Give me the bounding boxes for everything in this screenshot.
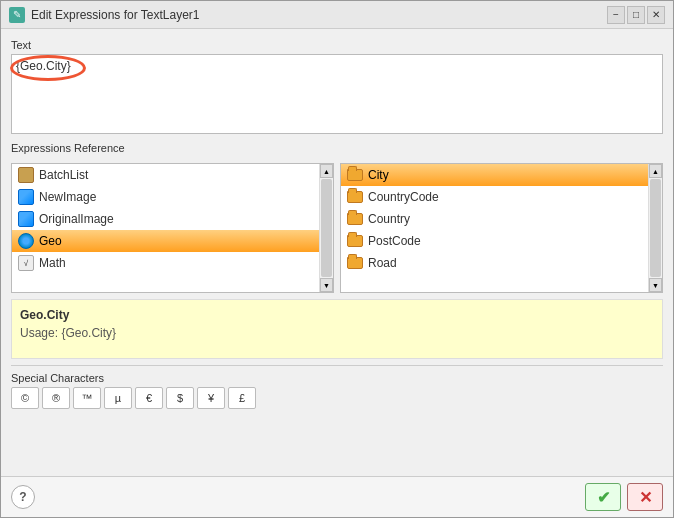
list-item-batchlist[interactable]: BatchList (12, 164, 319, 186)
right-scrollbar-thumb[interactable] (650, 179, 661, 277)
text-content: {Geo.City} (16, 59, 71, 73)
road-label: Road (368, 256, 397, 270)
detail-name: Geo.City (20, 308, 654, 322)
titlebar-left: ✎ Edit Expressions for TextLayer1 (9, 7, 200, 23)
detail-box: Geo.City Usage: {Geo.City} (11, 299, 663, 359)
left-scrollbar-down[interactable]: ▼ (320, 278, 333, 292)
city-label: City (368, 168, 389, 182)
expressions-label: Expressions Reference (11, 142, 663, 154)
help-button[interactable]: ? (11, 485, 35, 509)
list-item-country[interactable]: Country (341, 208, 648, 230)
right-list-container: City CountryCode (340, 163, 663, 293)
expressions-lists: BatchList NewImage OriginalImage (11, 163, 663, 293)
right-list-scrollbar[interactable]: ▲ ▼ (648, 164, 662, 292)
list-item-postcode[interactable]: PostCode (341, 230, 648, 252)
list-item-geo[interactable]: Geo (12, 230, 319, 252)
postcode-icon (347, 233, 363, 249)
countrycode-icon (347, 189, 363, 205)
newimage-label: NewImage (39, 190, 96, 204)
originalimage-label: OriginalImage (39, 212, 114, 226)
special-char-micro[interactable]: µ (104, 387, 132, 409)
text-area[interactable]: {Geo.City} (11, 54, 663, 134)
left-scrollbar-up[interactable]: ▲ (320, 164, 333, 178)
text-section: Text {Geo.City} (11, 39, 663, 134)
titlebar-controls: − □ ✕ (607, 6, 665, 24)
expressions-section: Expressions Reference BatchList (11, 142, 663, 466)
close-button[interactable]: ✕ (647, 6, 665, 24)
special-char-copyright[interactable]: © (11, 387, 39, 409)
minimize-button[interactable]: − (607, 6, 625, 24)
special-char-trademark[interactable]: ™ (73, 387, 101, 409)
maximize-button[interactable]: □ (627, 6, 645, 24)
country-icon (347, 211, 363, 227)
left-list-scroll[interactable]: BatchList NewImage OriginalImage (12, 164, 319, 292)
postcode-label: PostCode (368, 234, 421, 248)
left-list-container: BatchList NewImage OriginalImage (11, 163, 334, 293)
right-list-scroll[interactable]: City CountryCode (341, 164, 648, 292)
window-title: Edit Expressions for TextLayer1 (31, 8, 200, 22)
special-char-pound[interactable]: £ (228, 387, 256, 409)
newimage-icon (18, 189, 34, 205)
right-scrollbar-down[interactable]: ▼ (649, 278, 662, 292)
city-icon (347, 167, 363, 183)
country-label: Country (368, 212, 410, 226)
list-item-newimage[interactable]: NewImage (12, 186, 319, 208)
titlebar: ✎ Edit Expressions for TextLayer1 − □ ✕ (1, 1, 673, 29)
detail-usage: Usage: {Geo.City} (20, 326, 654, 340)
text-value: {Geo.City} (16, 59, 71, 73)
math-label: Math (39, 256, 66, 270)
main-window: ✎ Edit Expressions for TextLayer1 − □ ✕ … (0, 0, 674, 518)
geo-label: Geo (39, 234, 62, 248)
special-char-euro[interactable]: € (135, 387, 163, 409)
bottom-bar: ? ✔ ✕ (1, 476, 673, 517)
list-item-countrycode[interactable]: CountryCode (341, 186, 648, 208)
special-char-yen[interactable]: ¥ (197, 387, 225, 409)
checkmark-icon: ✔ (597, 488, 610, 507)
left-list-with-scroll: BatchList NewImage OriginalImage (12, 164, 333, 292)
cancel-button[interactable]: ✕ (627, 483, 663, 511)
left-scrollbar-thumb[interactable] (321, 179, 332, 277)
usage-label: Usage: (20, 326, 58, 340)
window-body: Text {Geo.City} Expressions Reference (1, 29, 673, 476)
math-icon: √ (18, 255, 34, 271)
special-char-dollar[interactable]: $ (166, 387, 194, 409)
geo-icon (18, 233, 34, 249)
action-buttons: ✔ ✕ (585, 483, 663, 511)
left-list-scrollbar[interactable]: ▲ ▼ (319, 164, 333, 292)
right-scrollbar-up[interactable]: ▲ (649, 164, 662, 178)
list-item-city[interactable]: City (341, 164, 648, 186)
batchlist-icon (18, 167, 34, 183)
usage-value: {Geo.City} (61, 326, 116, 340)
list-item-road[interactable]: Road (341, 252, 648, 274)
originalimage-icon (18, 211, 34, 227)
road-icon (347, 255, 363, 271)
ok-button[interactable]: ✔ (585, 483, 621, 511)
special-chars-buttons: © ® ™ µ € $ ¥ £ (11, 387, 663, 409)
text-label: Text (11, 39, 663, 51)
window-icon: ✎ (9, 7, 25, 23)
list-item-math[interactable]: √ Math (12, 252, 319, 274)
special-chars-section: Special Characters © ® ™ µ € $ ¥ £ (11, 365, 663, 409)
right-list-with-scroll: City CountryCode (341, 164, 662, 292)
list-item-originalimage[interactable]: OriginalImage (12, 208, 319, 230)
countrycode-label: CountryCode (368, 190, 439, 204)
batchlist-label: BatchList (39, 168, 88, 182)
special-char-registered[interactable]: ® (42, 387, 70, 409)
cross-icon: ✕ (639, 488, 652, 507)
special-chars-label: Special Characters (11, 372, 663, 384)
